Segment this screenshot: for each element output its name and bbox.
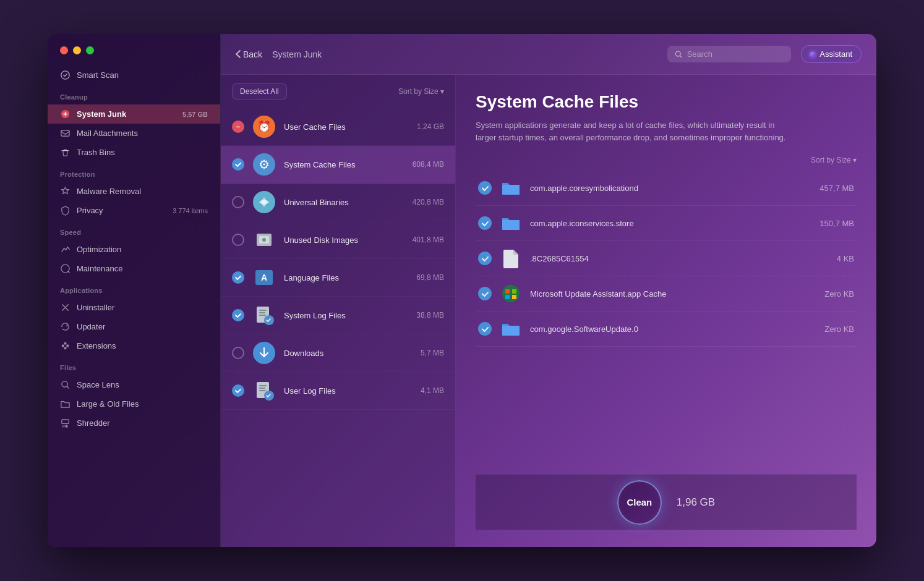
file-check-disk[interactable] bbox=[232, 234, 244, 246]
section-label-protection: Protection bbox=[48, 162, 220, 182]
sidebar-item-updater[interactable]: Updater bbox=[48, 317, 220, 336]
privacy-label: Privacy bbox=[77, 206, 103, 215]
main-area: Back System Junk Assistant Dese bbox=[221, 34, 876, 547]
updater-label: Updater bbox=[77, 322, 105, 331]
list-item[interactable]: Downloads 5,7 MB bbox=[221, 334, 455, 372]
detail-file-size-0: 457,7 MB bbox=[819, 184, 854, 193]
clean-button[interactable]: Clean bbox=[617, 480, 662, 525]
svg-rect-23 bbox=[259, 315, 266, 316]
bottom-bar: Clean 1,96 GB bbox=[476, 474, 857, 530]
file-info-user-cache: User Cache Files bbox=[284, 122, 409, 132]
list-item[interactable]: Universal Binaries 420,8 MB bbox=[221, 184, 455, 221]
sidebar-item-privacy[interactable]: Privacy 3 774 items bbox=[48, 201, 220, 220]
svg-rect-5 bbox=[64, 342, 67, 345]
assistant-button[interactable]: Assistant bbox=[801, 45, 862, 63]
sidebar-item-optimization[interactable]: Optimization bbox=[48, 240, 220, 259]
search-input[interactable] bbox=[687, 49, 784, 59]
file-size-syslog: 38,8 MB bbox=[416, 311, 444, 320]
detail-check-0[interactable] bbox=[478, 181, 492, 195]
mail-icon bbox=[60, 128, 71, 138]
back-button[interactable]: Back bbox=[236, 49, 262, 59]
traffic-lights bbox=[48, 46, 220, 66]
sidebar-item-extensions[interactable]: Extensions bbox=[48, 336, 220, 355]
detail-check-4[interactable] bbox=[478, 322, 492, 336]
search-box[interactable] bbox=[667, 46, 791, 62]
checkmark-icon bbox=[234, 161, 242, 168]
svg-rect-6 bbox=[64, 347, 67, 349]
detail-file-row[interactable]: com.google.SoftwareUpdate.0 Zero KB bbox=[476, 312, 857, 347]
extensions-label: Extensions bbox=[77, 341, 116, 350]
assistant-label: Assistant bbox=[819, 49, 852, 59]
detail-check-3[interactable] bbox=[478, 287, 492, 300]
file-icon-disk bbox=[252, 227, 276, 252]
minimize-button[interactable] bbox=[73, 46, 81, 54]
sidebar: Smart Scan Cleanup System Junk 5,57 GB M… bbox=[48, 34, 221, 547]
sidebar-item-uninstaller[interactable]: Uninstaller bbox=[48, 298, 220, 317]
file-check-language[interactable] bbox=[232, 271, 244, 284]
file-size-universal: 420,8 MB bbox=[413, 198, 444, 206]
detail-file-row[interactable]: Microsoft Update Assistant.app Cache Zer… bbox=[476, 276, 857, 312]
file-size-downloads: 5,7 MB bbox=[421, 349, 444, 357]
file-check-syslog[interactable] bbox=[232, 309, 244, 321]
detail-check-1[interactable] bbox=[478, 216, 492, 230]
list-item[interactable]: A Language Files 69,8 MB bbox=[221, 259, 455, 297]
sidebar-item-system-junk[interactable]: System Junk 5,57 GB bbox=[48, 104, 220, 124]
checkmark-icon bbox=[234, 312, 242, 319]
detail-sort[interactable]: Sort by Size ▾ bbox=[811, 156, 857, 164]
svg-rect-21 bbox=[259, 310, 267, 311]
detail-check-2[interactable] bbox=[478, 252, 492, 265]
file-check-downloads[interactable] bbox=[232, 347, 244, 359]
sidebar-item-large-old-files[interactable]: Large & Old Files bbox=[48, 394, 220, 413]
detail-file-row[interactable]: com.apple.coresymbolicationd 457,7 MB bbox=[476, 171, 857, 206]
checkmark-icon bbox=[481, 290, 489, 298]
content-area: Deselect All Sort by Size ▾ − ⏰ bbox=[221, 75, 876, 547]
sidebar-item-malware-removal[interactable]: Malware Removal bbox=[48, 182, 220, 201]
svg-rect-22 bbox=[259, 312, 265, 313]
svg-rect-34 bbox=[505, 295, 510, 299]
extensions-icon bbox=[60, 341, 71, 351]
checkmark-icon bbox=[234, 274, 242, 281]
list-item[interactable]: Unused Disk Images 401,8 MB bbox=[221, 221, 455, 259]
detail-file-row[interactable]: .8C2685C61554 4 KB bbox=[476, 241, 857, 276]
file-icon-system-cache: ⚙ bbox=[252, 152, 276, 177]
list-item[interactable]: System Log Files 38,8 MB bbox=[221, 297, 455, 334]
file-list-panel: Deselect All Sort by Size ▾ − ⏰ bbox=[221, 75, 456, 547]
clean-label: Clean bbox=[627, 497, 652, 507]
detail-file-name-2: .8C2685C61554 bbox=[530, 254, 828, 263]
list-item[interactable]: User Log Files 4,1 MB bbox=[221, 372, 455, 410]
smart-scan-icon bbox=[60, 70, 71, 80]
file-list-scroll: − ⏰ User Cache Files 1,24 GB bbox=[221, 108, 455, 547]
sidebar-item-trash-bins[interactable]: Trash Bins bbox=[48, 143, 220, 162]
assistant-dot-icon bbox=[810, 52, 815, 57]
file-check-universal[interactable] bbox=[232, 196, 244, 208]
file-check-system-cache[interactable] bbox=[232, 158, 244, 171]
trash-icon bbox=[60, 147, 71, 158]
close-button[interactable] bbox=[60, 46, 68, 54]
sidebar-item-maintenance[interactable]: Maintenance bbox=[48, 259, 220, 278]
list-item[interactable]: − ⏰ User Cache Files 1,24 GB bbox=[221, 108, 455, 146]
file-list-header: Deselect All Sort by Size ▾ bbox=[221, 75, 455, 108]
deselect-all-button[interactable]: Deselect All bbox=[232, 83, 287, 100]
sidebar-item-smart-scan[interactable]: Smart Scan bbox=[48, 66, 220, 85]
sidebar-item-mail-attachments[interactable]: Mail Attachments bbox=[48, 124, 220, 143]
file-name-disk: Unused Disk Images bbox=[284, 235, 405, 245]
sidebar-item-shredder[interactable]: Shredder bbox=[48, 413, 220, 433]
file-check-user-cache[interactable]: − bbox=[232, 121, 244, 133]
file-list-sort[interactable]: Sort by Size ▾ bbox=[398, 87, 444, 96]
file-size-language: 69,8 MB bbox=[416, 273, 444, 282]
file-name-language: Language Files bbox=[284, 273, 409, 282]
file-name-user-cache: User Cache Files bbox=[284, 122, 409, 132]
detail-file-row[interactable]: com.apple.iconservices.store 150,7 MB bbox=[476, 206, 857, 241]
checkmark-icon bbox=[481, 255, 489, 263]
file-icon-syslog bbox=[252, 303, 276, 328]
uninstaller-label: Uninstaller bbox=[77, 303, 114, 312]
file-icon-language: A bbox=[252, 265, 276, 290]
sidebar-item-space-lens[interactable]: Space Lens bbox=[48, 375, 220, 394]
svg-rect-2 bbox=[61, 130, 69, 136]
svg-text:A: A bbox=[261, 273, 267, 282]
maximize-button[interactable] bbox=[86, 46, 94, 54]
file-name-syslog: System Log Files bbox=[284, 311, 409, 320]
file-check-userlog[interactable] bbox=[232, 384, 244, 397]
list-item[interactable]: ⚙ System Cache Files 608,4 MB bbox=[221, 146, 455, 184]
file-size-system-cache: 608,4 MB bbox=[413, 160, 444, 169]
